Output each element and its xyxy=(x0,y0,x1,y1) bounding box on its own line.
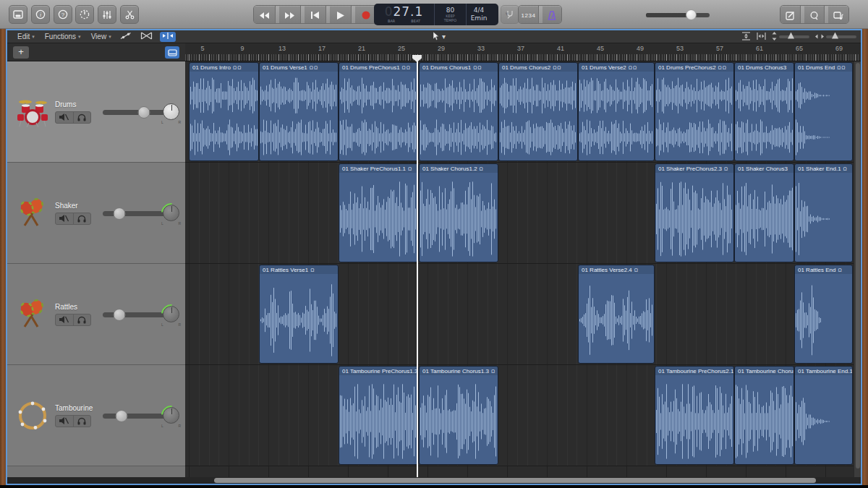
region[interactable]: 01 Shaker Chorus1.2Ω xyxy=(419,163,498,262)
go-to-beginning-button[interactable] xyxy=(305,6,326,24)
vertical-zoom-slider[interactable] xyxy=(772,32,809,42)
lcd-position[interactable]: 027.1 BAR BEAT xyxy=(374,4,435,25)
menu-functions[interactable]: Functions ▾ xyxy=(45,33,81,40)
pan-knob[interactable]: LR xyxy=(163,205,179,221)
horizontal-auto-zoom-button[interactable] xyxy=(757,32,766,42)
region-label: 01 Tambourine PreChorus2.1 xyxy=(658,368,733,374)
region[interactable]: 01 Shaker PreChorus1.1Ω xyxy=(339,163,419,262)
master-volume-slider[interactable] xyxy=(646,10,710,19)
mute-button[interactable] xyxy=(56,314,74,325)
region[interactable]: 01 Drums IntroΩΩ xyxy=(189,62,259,161)
crossfade-button[interactable] xyxy=(140,32,153,41)
tool-menu[interactable]: ▾ xyxy=(433,32,446,42)
loop-browser-button[interactable] xyxy=(804,6,825,24)
master-volume-thumb[interactable] xyxy=(686,9,697,20)
mute-button[interactable] xyxy=(56,213,74,224)
region[interactable]: 01 Drums Chorus1ΩΩ xyxy=(419,62,498,161)
help-button[interactable]: ? xyxy=(54,5,72,24)
waveform xyxy=(420,173,498,262)
region[interactable]: 01 Rattles Verse1Ω xyxy=(259,265,339,364)
region[interactable]: 01 Drums PreChorus2ΩΩ xyxy=(655,62,734,161)
editors-button[interactable] xyxy=(120,5,139,24)
ruler-number: 57 xyxy=(716,45,723,52)
lcd-key-signature[interactable]: 4/4 Emin ▾ xyxy=(467,4,491,25)
region[interactable]: 01 Drums Verse2ΩΩ xyxy=(578,62,655,161)
track-volume-slider[interactable] xyxy=(103,312,169,317)
tuner-button[interactable] xyxy=(75,5,94,24)
track-lane-drums[interactable]: 01 Drums IntroΩΩ01 Drums Verse1ΩΩ01 Drum… xyxy=(185,61,861,163)
region[interactable]: 01 Tambourine Chorus1.3Ω xyxy=(419,366,498,465)
count-in-button[interactable]: 1234 xyxy=(519,6,539,24)
tuning-fork-button[interactable] xyxy=(501,5,519,24)
vertical-scrollbar-thumb[interactable] xyxy=(856,63,860,468)
track-lane-shaker[interactable]: 01 Shaker PreChorus1.1Ω01 Shaker Chorus1… xyxy=(185,163,861,264)
region[interactable]: 01 Drums PreChorus1ΩΩ xyxy=(339,62,419,161)
region[interactable]: 01 Tambourine PreChorus1.3 xyxy=(339,366,419,465)
horizontal-zoom-slider[interactable] xyxy=(815,33,856,40)
playhead[interactable] xyxy=(417,55,418,484)
region[interactable]: 01 Shaker PreChorus2.3Ω xyxy=(655,163,734,262)
region[interactable]: 01 Drums EndΩΩ xyxy=(794,62,853,161)
horizontal-scrollbar-thumb[interactable] xyxy=(214,478,816,483)
track-volume-slider[interactable] xyxy=(103,110,169,115)
region[interactable]: 01 Drums Chorus3 xyxy=(734,62,794,161)
display-mode-button[interactable] xyxy=(165,46,179,59)
track-header-shaker[interactable]: ShakerLR xyxy=(7,163,185,264)
mute-button[interactable] xyxy=(56,416,74,427)
menu-edit[interactable]: Edit ▾ xyxy=(17,33,35,40)
info-button[interactable]: i xyxy=(31,5,50,24)
menu-view[interactable]: View ▾ xyxy=(91,33,111,40)
lcd-display[interactable]: 027.1 BAR BEAT 80 KEEP TEMPO 4/4 Emin ▾ xyxy=(374,4,498,25)
media-browser-button[interactable] xyxy=(828,6,848,24)
vertical-scrollbar[interactable] xyxy=(854,61,861,484)
region[interactable]: 01 Rattles Verse2.4Ω xyxy=(578,265,655,364)
region[interactable]: 01 Tambourine PreChorus2.1 xyxy=(655,366,734,465)
lcd-tempo[interactable]: 80 KEEP TEMPO xyxy=(435,4,467,25)
track-volume-slider[interactable] xyxy=(103,211,169,216)
pan-knob[interactable]: LR xyxy=(163,407,179,424)
pan-knob[interactable]: LR xyxy=(163,306,179,322)
track-lane-tambourine[interactable]: 01 Tambourine PreChorus1.301 Tambourine … xyxy=(185,365,861,466)
region[interactable]: 01 Shaker End.1Ω xyxy=(794,163,853,262)
rewind-button[interactable] xyxy=(254,6,276,24)
region[interactable]: 01 Tambourine Chorus3 xyxy=(734,366,794,465)
smart-controls-button[interactable] xyxy=(98,5,116,24)
region[interactable]: 01 Drums Verse1ΩΩ xyxy=(259,62,339,161)
fast-forward-button[interactable] xyxy=(279,6,301,24)
add-track-button[interactable]: + xyxy=(13,46,29,59)
track-header-drums[interactable]: DrumsLR xyxy=(7,61,185,163)
play-button[interactable] xyxy=(330,6,352,24)
region[interactable]: 01 Rattles EndΩ xyxy=(794,265,853,364)
pan-knob[interactable]: LR xyxy=(163,103,179,120)
metronome-button[interactable] xyxy=(542,6,561,24)
horizontal-scrollbar-track[interactable] xyxy=(185,477,861,484)
region[interactable]: 01 Shaker Chorus3 xyxy=(734,163,794,262)
library-button[interactable] xyxy=(9,5,27,24)
solo-button[interactable] xyxy=(74,416,91,427)
track-volume-thumb[interactable] xyxy=(138,106,150,119)
automation-button[interactable] xyxy=(120,32,132,41)
region[interactable]: 01 Tambourine End.1 xyxy=(794,366,853,465)
region-label: 01 Drums Verse2 xyxy=(582,64,626,71)
solo-button[interactable] xyxy=(74,314,91,325)
track-volume-thumb[interactable] xyxy=(115,410,127,422)
snap-to-grid-button[interactable] xyxy=(160,32,176,42)
horizontal-scrollbar[interactable] xyxy=(7,477,861,484)
track-lane-rattles[interactable]: 01 Rattles Verse1Ω01 Rattles Verse2.4Ω01… xyxy=(185,264,861,365)
track-volume-thumb[interactable] xyxy=(114,207,126,220)
mute-button[interactable] xyxy=(56,112,74,123)
vertical-zoom-thumb[interactable] xyxy=(788,33,794,39)
solo-button[interactable] xyxy=(74,112,91,123)
track-volume-thumb[interactable] xyxy=(114,309,126,321)
vertical-auto-zoom-button[interactable] xyxy=(741,32,751,42)
solo-button[interactable] xyxy=(74,213,91,224)
timeline-ruler[interactable]: 59131721252933374145495357616569 xyxy=(185,43,861,61)
horizontal-zoom-thumb[interactable] xyxy=(832,33,838,39)
track-header-tambourine[interactable]: TambourineLR xyxy=(7,365,185,466)
track-volume-slider[interactable] xyxy=(103,414,169,419)
track-header-rattles[interactable]: RattlesLR xyxy=(7,264,185,365)
region-label: 01 Drums Chorus1 xyxy=(422,64,471,71)
region-label: 01 Tambourine Chorus1.3 xyxy=(422,368,489,374)
region[interactable]: 01 Drums Chorus2ΩΩ xyxy=(498,62,578,161)
notepad-button[interactable] xyxy=(780,6,801,24)
